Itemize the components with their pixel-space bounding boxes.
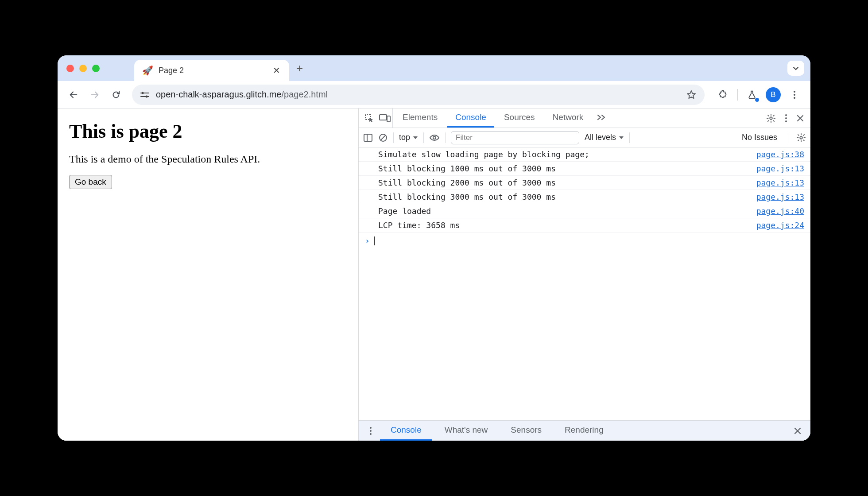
drawer-tab-rendering[interactable]: Rendering xyxy=(554,421,614,441)
devtools-settings-button[interactable] xyxy=(766,113,776,123)
star-icon xyxy=(686,89,697,100)
svg-rect-9 xyxy=(387,116,390,122)
browser-toolbar: open-chalk-asparagus.glitch.me/page2.htm… xyxy=(58,81,810,108)
arrow-left-icon xyxy=(69,90,78,100)
tab-search-button[interactable] xyxy=(787,61,804,76)
tab-favicon-icon: 🚀 xyxy=(142,65,153,76)
log-message: Still blocking 3000 ms out of 3000 ms xyxy=(378,192,756,202)
devtools-menu-button[interactable] xyxy=(782,114,790,123)
gear-icon xyxy=(796,133,806,143)
clear-console-button[interactable] xyxy=(378,133,388,143)
console-sidebar-toggle[interactable] xyxy=(363,133,373,142)
log-message: Simulate slow loading page by blocking p… xyxy=(378,150,756,159)
reload-button[interactable] xyxy=(106,85,126,105)
svg-point-18 xyxy=(433,136,436,139)
svg-point-13 xyxy=(785,120,787,122)
tab-console[interactable]: Console xyxy=(447,108,494,128)
tab-sources[interactable]: Sources xyxy=(496,108,543,128)
close-tab-button[interactable]: ✕ xyxy=(270,65,283,76)
close-icon xyxy=(794,427,802,435)
browser-window: 🚀 Page 2 ✕ + open-chalk-asparagus.glitch… xyxy=(58,55,810,441)
log-levels-selector[interactable]: All levels xyxy=(585,133,624,142)
profile-button[interactable]: B xyxy=(763,85,783,105)
svg-point-10 xyxy=(770,117,772,120)
log-row: Still blocking 3000 ms out of 3000 mspag… xyxy=(359,190,810,204)
window-controls xyxy=(62,65,108,72)
arrow-right-icon xyxy=(90,90,100,100)
drawer-close-button[interactable] xyxy=(789,427,806,435)
drawer-menu-button[interactable] xyxy=(363,426,378,435)
address-bar[interactable]: open-chalk-asparagus.glitch.me/page2.htm… xyxy=(132,85,705,105)
inspect-element-button[interactable] xyxy=(364,113,375,124)
svg-rect-8 xyxy=(380,115,387,120)
svg-line-17 xyxy=(380,135,386,140)
extensions-button[interactable] xyxy=(713,85,733,105)
devtools-close-button[interactable] xyxy=(796,114,804,122)
svg-point-4 xyxy=(794,91,795,93)
page-description: This is a demo of the Speculation Rules … xyxy=(69,153,347,165)
live-expression-button[interactable] xyxy=(429,134,440,142)
go-back-button[interactable]: Go back xyxy=(69,175,112,189)
log-message: Still blocking 2000 ms out of 3000 ms xyxy=(378,178,756,187)
issues-count[interactable]: No Issues xyxy=(742,133,777,142)
close-window-button[interactable] xyxy=(66,65,74,72)
log-source-link[interactable]: page.js:13 xyxy=(756,192,804,202)
drawer-tab-whats-new[interactable]: What's new xyxy=(434,421,499,441)
svg-point-11 xyxy=(785,114,787,116)
minimize-window-button[interactable] xyxy=(79,65,87,72)
kebab-icon xyxy=(782,114,790,123)
log-source-link[interactable]: page.js:38 xyxy=(756,150,804,159)
console-settings-button[interactable] xyxy=(794,133,806,143)
tab-title: Page 2 xyxy=(159,66,265,75)
new-tab-button[interactable]: + xyxy=(289,62,310,75)
log-source-link[interactable]: page.js:24 xyxy=(756,221,804,230)
log-row: Still blocking 1000 ms out of 3000 mspag… xyxy=(359,162,810,176)
avatar: B xyxy=(766,87,781,102)
log-row: Page loadedpage.js:40 xyxy=(359,204,810,218)
back-button[interactable] xyxy=(64,85,83,105)
tab-elements[interactable]: Elements xyxy=(395,108,446,128)
log-message: LCP time: 3658 ms xyxy=(378,221,756,230)
ban-icon xyxy=(378,133,388,143)
chevron-down-icon xyxy=(792,65,799,72)
more-tabs-button[interactable] xyxy=(593,108,610,128)
svg-point-12 xyxy=(785,117,787,119)
forward-button[interactable] xyxy=(85,85,105,105)
reload-icon xyxy=(111,90,121,100)
execution-context-selector[interactable]: top xyxy=(399,133,418,142)
labs-button[interactable] xyxy=(742,85,762,105)
tab-network[interactable]: Network xyxy=(545,108,592,128)
bookmark-button[interactable] xyxy=(686,89,697,100)
kebab-icon xyxy=(367,426,375,435)
site-settings-icon[interactable] xyxy=(140,91,150,99)
log-row: Still blocking 2000 ms out of 3000 mspag… xyxy=(359,176,810,190)
svg-point-20 xyxy=(370,427,372,429)
chrome-menu-button[interactable] xyxy=(785,85,804,105)
page-content: This is page 2 This is a demo of the Spe… xyxy=(58,108,359,441)
text-cursor xyxy=(374,236,375,245)
svg-point-21 xyxy=(370,430,372,432)
drawer-tab-console[interactable]: Console xyxy=(380,421,432,441)
browser-tab[interactable]: 🚀 Page 2 ✕ xyxy=(134,60,289,81)
puzzle-icon xyxy=(718,90,728,100)
drawer-tab-sensors[interactable]: Sensors xyxy=(500,421,552,441)
console-prompt[interactable]: › xyxy=(359,232,810,249)
console-filter-input[interactable] xyxy=(451,131,579,144)
chevron-right-icon: › xyxy=(365,236,370,245)
log-source-link[interactable]: page.js:13 xyxy=(756,178,804,187)
devtools-panel: Elements Console Sources Network xyxy=(359,108,810,441)
log-source-link[interactable]: page.js:40 xyxy=(756,206,804,216)
fullscreen-window-button[interactable] xyxy=(92,65,100,72)
triangle-down-icon xyxy=(413,136,418,140)
log-row: Simulate slow loading page by blocking p… xyxy=(359,147,810,162)
toolbar-right: B xyxy=(711,85,804,105)
device-toolbar-button[interactable] xyxy=(379,113,391,123)
log-source-link[interactable]: page.js:13 xyxy=(756,164,804,173)
url-text: open-chalk-asparagus.glitch.me/page2.htm… xyxy=(156,89,328,100)
eye-icon xyxy=(429,134,440,142)
svg-point-5 xyxy=(794,94,795,96)
toolbar-divider xyxy=(737,89,738,101)
close-icon xyxy=(796,114,804,122)
tab-strip: 🚀 Page 2 ✕ + xyxy=(58,55,810,81)
page-heading: This is page 2 xyxy=(69,120,347,143)
